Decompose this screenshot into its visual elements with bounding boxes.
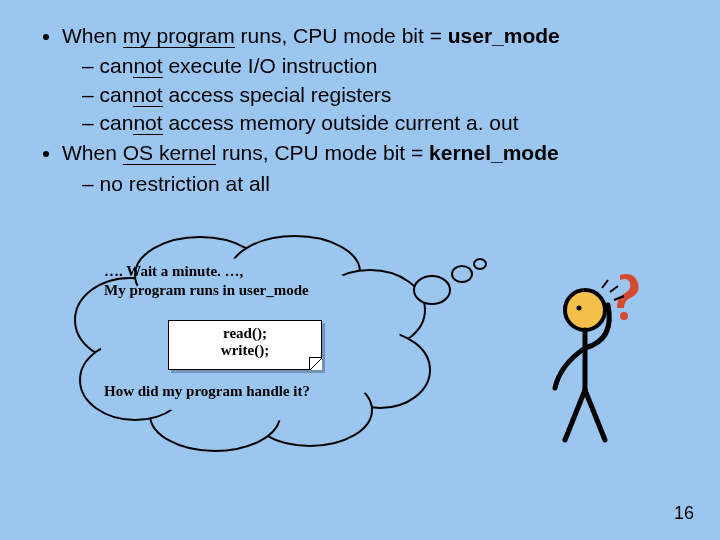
text: can [100,83,134,106]
thought-text-top: …. Wait a minute. …, My program runs in … [104,262,384,300]
sub-list-2: no restriction at all [82,170,686,198]
svg-line-18 [602,280,608,288]
underlined-part: not [133,54,162,78]
text: no restriction at all [100,172,270,195]
svg-line-16 [585,390,605,440]
code-line: read(); [169,325,321,342]
bullet-list: When my program runs, CPU mode bit = use… [34,22,686,198]
text: execute I/O instruction [163,54,378,77]
thinking-person-icon [530,270,650,450]
text: can [100,111,134,134]
thought-line1: …. Wait a minute. …, [104,263,243,279]
svg-line-15 [565,390,585,440]
svg-point-9 [414,276,450,304]
sub-item: no restriction at all [82,170,686,198]
underlined-part: not [133,111,162,135]
question-text: How did my program handle it? [104,383,310,399]
text: access special registers [163,83,392,106]
thought-question: How did my program handle it? [104,382,384,401]
sub-item: cannot access memory outside current a. … [82,109,686,137]
text: can [100,54,134,77]
underlined-part: not [133,83,162,107]
code-box: read(); write(); [168,320,322,370]
mode-value: kernel_mode [429,141,559,164]
bullet-2: When OS kernel runs, CPU mode bit = kern… [62,139,686,198]
svg-point-10 [452,266,472,282]
sub-item: cannot access special registers [82,81,686,109]
svg-point-17 [620,312,628,320]
svg-line-19 [610,286,618,292]
bullet-1: When my program runs, CPU mode bit = use… [62,22,686,137]
svg-point-12 [565,290,605,330]
text: When [62,141,123,164]
svg-point-11 [474,259,486,269]
sub-list-1: cannot execute I/O instruction cannot ac… [82,52,686,137]
underlined-phrase: OS kernel [123,141,216,165]
thought-bubble: …. Wait a minute. …, My program runs in … [60,230,490,460]
slide-body: When my program runs, CPU mode bit = use… [0,0,720,198]
underlined-phrase: my program [123,24,235,48]
text: runs, CPU mode bit = [216,141,429,164]
text: When [62,24,123,47]
text: runs, CPU mode bit = [235,24,448,47]
svg-point-13 [577,306,582,311]
text: access memory outside current a. out [163,111,519,134]
mode-value: user_mode [448,24,560,47]
thought-line2: My program runs in user_mode [104,282,309,298]
code-line: write(); [169,342,321,359]
sub-item: cannot execute I/O instruction [82,52,686,80]
page-number: 16 [674,503,694,524]
